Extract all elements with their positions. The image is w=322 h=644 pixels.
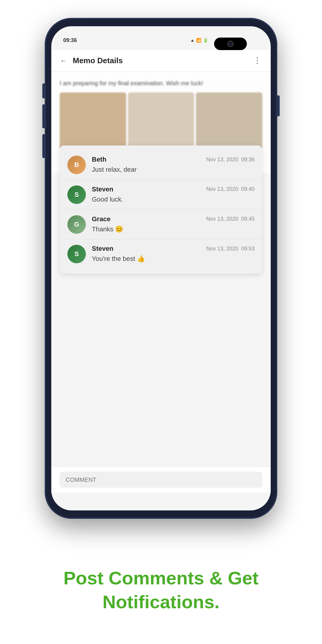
post-image-2 [128,92,194,149]
side-button-left-1 [42,83,45,98]
comment-datetime: Nov 13, 2020 09:36 [206,157,255,163]
comment-body: Steven Nov 13, 2020 09:40 Good luck. [92,185,255,204]
post-image-1 [60,92,126,149]
comments-card: B Beth Nov 13, 2020 09:36 Just relax, de… [60,145,262,274]
comment-datetime: Nov 13, 2020 09:53 [206,246,255,252]
comment-datetime: Nov 13, 2020 09:40 [206,186,255,192]
tagline-text: Post Comments & Get Notifications. [24,566,298,614]
comment-input-area [51,467,271,493]
comment-text: Good luck. [92,195,255,204]
comment-item: S Steven Nov 13, 2020 09:40 Good luck. [60,180,262,210]
status-icons: ▲ 📶 🔋 [190,38,208,43]
camera-dot [227,41,234,47]
side-button-left-3 [42,134,45,158]
comment-author: Grace [92,215,110,223]
comment-author: Steven [92,185,113,193]
comment-item: G Grace Nov 13, 2020 09:45 Thanks 😊 [60,210,262,240]
avatar-beth: B [67,156,86,174]
phone-screen: 09:36 ▲ 📶 🔋 ← Memo Details ⋮ I am prepar… [51,26,271,510]
comment-header: Beth Nov 13, 2020 09:36 [92,156,255,163]
signal-icon: ▲ [190,38,194,43]
comment-text: Just relax, dear [92,165,255,174]
comment-author: Beth [92,156,106,163]
comment-body: Beth Nov 13, 2020 09:36 Just relax, dear [92,156,255,174]
status-time: 09:36 [63,37,77,44]
comment-text: Thanks 😊 [92,225,255,234]
comment-datetime: Nov 13, 2020 09:45 [206,216,255,222]
comment-input[interactable] [60,472,262,488]
comment-header: Steven Nov 13, 2020 09:40 [92,185,255,193]
avatar-steven-1: S [67,185,86,204]
comment-body: Grace Nov 13, 2020 09:45 Thanks 😊 [92,215,255,234]
tagline-section: Post Comments & Get Notifications. [0,566,322,614]
post-image-3 [196,92,262,149]
post-text: I am preparing for my final examination.… [51,72,271,92]
comment-body: Steven Nov 13, 2020 09:53 You're the bes… [92,245,255,264]
comment-item: B Beth Nov 13, 2020 09:36 Just relax, de… [60,150,262,180]
comment-header: Grace Nov 13, 2020 09:45 [92,215,255,223]
comment-text: You're the best 👍 [92,254,255,264]
battery-icon: 🔋 [203,38,208,43]
page-title: Memo Details [73,56,123,65]
app-header: ← Memo Details ⋮ [51,50,271,72]
back-button[interactable]: ← [60,57,67,65]
camera-cutout [214,38,247,50]
comment-item: S Steven Nov 13, 2020 09:53 You're the b… [60,239,262,269]
side-button-right [277,95,280,116]
status-bar: 09:36 ▲ 📶 🔋 [63,35,208,46]
post-images [51,92,271,149]
side-button-left-2 [42,104,45,128]
avatar-steven-2: S [67,245,86,263]
phone-container: 09:36 ▲ 📶 🔋 ← Memo Details ⋮ I am prepar… [45,18,277,519]
avatar-grace: G [67,215,86,234]
more-button[interactable]: ⋮ [253,56,262,65]
comment-author: Steven [92,245,113,253]
comment-header: Steven Nov 13, 2020 09:53 [92,245,255,253]
wifi-icon: 📶 [196,38,201,43]
